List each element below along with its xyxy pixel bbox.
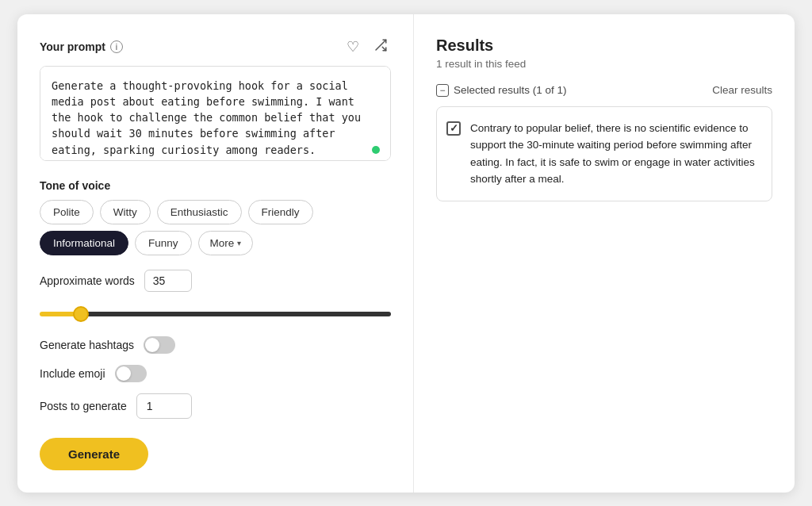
tone-buttons: Polite Witty Enthusiastic Friendly Infor… bbox=[40, 200, 391, 255]
posts-input[interactable] bbox=[136, 393, 192, 419]
prompt-textarea[interactable]: Generate a thought-provoking hook for a … bbox=[40, 66, 391, 161]
emoji-row: Include emoji bbox=[40, 365, 391, 382]
checkmark-icon: ✓ bbox=[450, 122, 458, 134]
generate-button[interactable]: Generate bbox=[40, 438, 148, 470]
tone-funny[interactable]: Funny bbox=[135, 231, 192, 255]
hashtags-label: Generate hashtags bbox=[40, 339, 134, 351]
more-tones-button[interactable]: More ▾ bbox=[198, 231, 254, 255]
left-panel: Your prompt i ♡ bbox=[17, 14, 414, 493]
prompt-header: Your prompt i ♡ bbox=[40, 36, 391, 58]
posts-label: Posts to generate bbox=[40, 400, 127, 412]
prompt-actions: ♡ bbox=[343, 36, 391, 58]
tone-witty[interactable]: Witty bbox=[100, 200, 151, 224]
clear-results-button[interactable]: Clear results bbox=[712, 84, 772, 96]
shuffle-icon bbox=[373, 38, 388, 56]
info-icon[interactable]: i bbox=[110, 40, 123, 53]
tone-label: Tone of voice bbox=[40, 179, 391, 192]
prompt-title: Your prompt i bbox=[40, 40, 123, 53]
results-title: Results bbox=[436, 36, 772, 55]
approx-words-row: Approximate words bbox=[40, 270, 391, 292]
words-slider[interactable] bbox=[40, 312, 391, 316]
deselect-icon[interactable]: − bbox=[436, 84, 449, 97]
chevron-down-icon: ▾ bbox=[237, 239, 241, 247]
hashtags-toggle[interactable] bbox=[144, 336, 175, 354]
tone-section: Tone of voice Polite Witty Enthusiastic … bbox=[40, 179, 391, 255]
prompt-label: Your prompt bbox=[40, 40, 105, 53]
heart-button[interactable]: ♡ bbox=[343, 36, 362, 58]
result-card: ✓ Contrary to popular belief, there is n… bbox=[436, 106, 772, 201]
prompt-wrapper: Generate a thought-provoking hook for a … bbox=[40, 66, 391, 163]
tone-polite[interactable]: Polite bbox=[40, 200, 94, 224]
selected-label: − Selected results (1 of 1) bbox=[436, 84, 567, 97]
approx-words-input[interactable] bbox=[144, 270, 192, 292]
result-checkbox[interactable]: ✓ bbox=[446, 121, 461, 136]
heart-icon: ♡ bbox=[347, 38, 359, 56]
posts-row: Posts to generate bbox=[40, 393, 391, 419]
hashtags-row: Generate hashtags bbox=[40, 336, 391, 354]
tone-enthusiastic[interactable]: Enthusiastic bbox=[157, 200, 242, 224]
approx-label: Approximate words bbox=[40, 274, 135, 287]
results-count: 1 result in this feed bbox=[436, 58, 772, 70]
right-panel: Results 1 result in this feed − Selected… bbox=[414, 14, 795, 493]
tone-friendly[interactable]: Friendly bbox=[248, 200, 313, 224]
tone-informational[interactable]: Informational bbox=[40, 231, 128, 255]
results-header: − Selected results (1 of 1) Clear result… bbox=[436, 84, 772, 97]
more-label: More bbox=[210, 237, 235, 249]
emoji-toggle[interactable] bbox=[115, 365, 147, 382]
selected-count-label: Selected results (1 of 1) bbox=[454, 84, 567, 96]
slider-wrapper bbox=[40, 306, 391, 319]
result-text: Contrary to popular belief, there is no … bbox=[470, 120, 759, 188]
emoji-label: Include emoji bbox=[40, 367, 105, 380]
shuffle-button[interactable] bbox=[370, 36, 391, 58]
status-dot bbox=[372, 146, 380, 154]
